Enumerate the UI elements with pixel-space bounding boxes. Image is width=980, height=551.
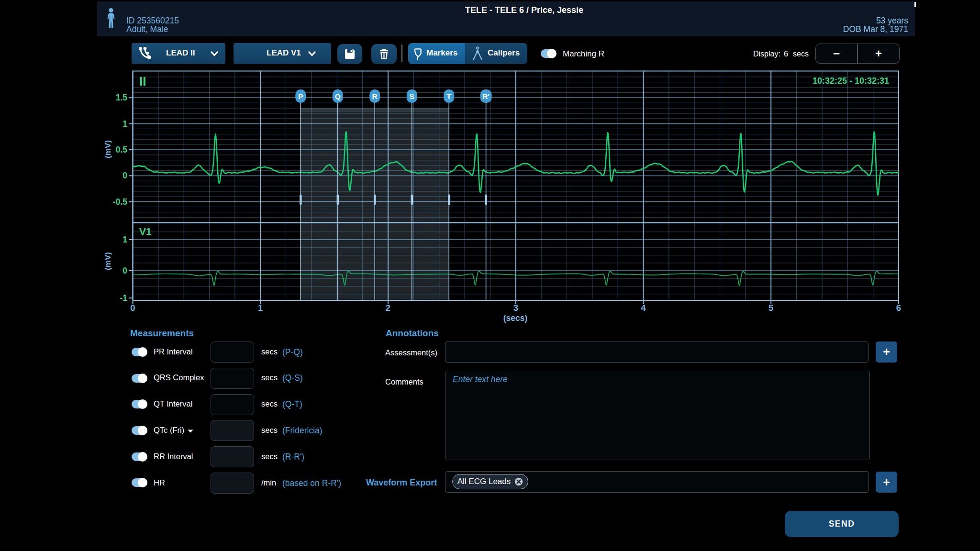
svg-text:1: 1 — [258, 303, 263, 313]
svg-text:3: 3 — [513, 303, 518, 313]
svg-text:1: 1 — [122, 235, 127, 244]
svg-text:1.5: 1.5 — [116, 93, 128, 102]
svg-text:0: 0 — [130, 303, 135, 313]
svg-text:(mV): (mV) — [103, 140, 112, 158]
svg-text:(secs): (secs) — [503, 313, 528, 323]
svg-text:II: II — [139, 74, 146, 88]
svg-text:-0.5: -0.5 — [113, 197, 127, 207]
svg-text:T: T — [446, 92, 451, 100]
svg-text:6: 6 — [896, 303, 901, 313]
svg-text:0.5: 0.5 — [116, 145, 128, 154]
svg-text:R': R' — [482, 92, 490, 100]
svg-text:4: 4 — [641, 303, 646, 313]
svg-text:1: 1 — [122, 119, 127, 129]
svg-text:Q: Q — [335, 92, 341, 100]
svg-text:-1: -1 — [120, 293, 127, 303]
svg-text:(mV): (mV) — [103, 252, 112, 270]
svg-text:P: P — [298, 92, 303, 100]
svg-text:10:32:25 - 10:32:31: 10:32:25 - 10:32:31 — [813, 76, 889, 86]
svg-text:V1: V1 — [139, 226, 152, 237]
svg-text:0: 0 — [122, 266, 127, 276]
svg-text:2: 2 — [386, 303, 390, 313]
svg-text:S: S — [410, 92, 414, 100]
svg-text:5: 5 — [768, 303, 773, 313]
svg-text:0: 0 — [122, 171, 127, 180]
svg-text:R: R — [372, 92, 378, 100]
